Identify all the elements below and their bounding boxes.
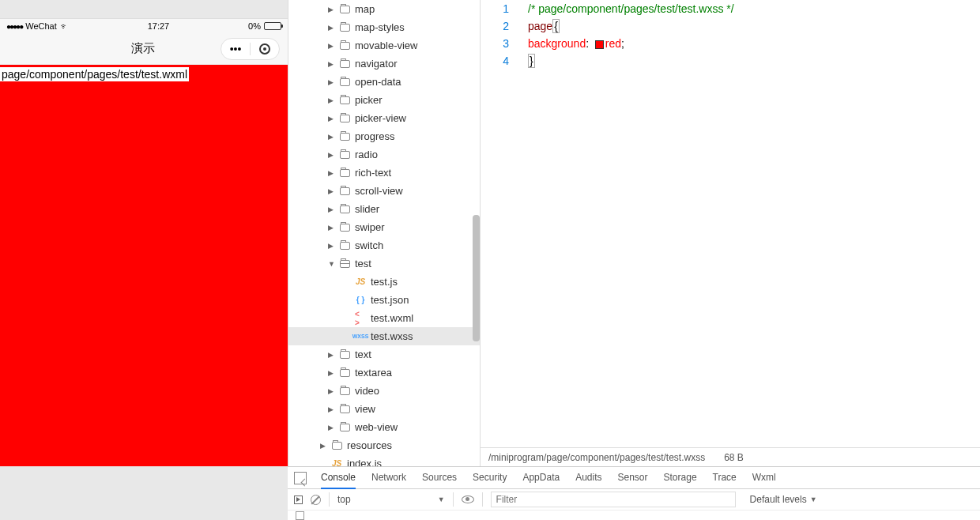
tree-item-swiper[interactable]: ▶swiper: [288, 218, 480, 236]
tree-item-view[interactable]: ▶view: [288, 400, 480, 418]
tree-item-test-wxml[interactable]: < >test.wxml: [288, 309, 480, 327]
devtools-bottom-bar: [288, 510, 980, 520]
brace-open: {: [552, 19, 560, 33]
tree-label: textarea: [355, 367, 392, 379]
expand-arrow-icon[interactable]: ▼: [328, 260, 336, 268]
tree-item-movable-view[interactable]: ▶movable-view: [288, 36, 480, 55]
code-value: red: [605, 37, 621, 50]
tree-item-picker[interactable]: ▶picker: [288, 91, 480, 109]
tree-label: test.json: [371, 294, 409, 306]
tree-item-open-data[interactable]: ▶open-data: [288, 73, 480, 91]
tree-item-map[interactable]: ▶map: [288, 0, 480, 18]
expand-arrow-icon[interactable]: ▶: [328, 205, 336, 213]
tree-label: radio: [355, 149, 378, 160]
capsule-menu-button[interactable]: •••: [221, 39, 250, 59]
content-path-text: page/component/pages/test/test.wxml: [0, 67, 189, 81]
expand-arrow-icon[interactable]: ▶: [328, 424, 336, 431]
tree-item-text[interactable]: ▶text: [288, 345, 480, 364]
tree-label: test.wxml: [371, 312, 413, 324]
phone-statusbar: ●●●●● WeChat ᯤ 17:27 0%: [0, 19, 288, 33]
play-icon[interactable]: [294, 496, 303, 504]
devtools-tab-security[interactable]: Security: [473, 467, 507, 489]
tree-item-textarea[interactable]: ▶textarea: [288, 364, 480, 382]
expand-arrow-icon[interactable]: ▶: [328, 96, 336, 104]
carrier-label: WeChat: [25, 21, 57, 31]
tree-item-resources[interactable]: ▶resources: [288, 436, 480, 454]
devtools-tab-storage[interactable]: Storage: [664, 467, 697, 489]
capsule-close-button[interactable]: [251, 39, 279, 59]
file-explorer: ▶map▶map-styles▶movable-view▶navigator▶o…: [288, 0, 481, 466]
brace-close: }: [528, 54, 535, 68]
tree-scrollbar[interactable]: [473, 215, 480, 341]
tree-item-video[interactable]: ▶video: [288, 382, 480, 400]
tree-item-test-json[interactable]: { }test.json: [288, 291, 480, 309]
expand-arrow-icon[interactable]: ▶: [328, 78, 336, 86]
tree-item-navigator[interactable]: ▶navigator: [288, 55, 480, 73]
expand-arrow-icon[interactable]: ▶: [328, 6, 336, 13]
expand-arrow-icon[interactable]: ▶: [328, 351, 336, 359]
tree-item-radio[interactable]: ▶radio: [288, 145, 480, 164]
tree-label: swiper: [355, 221, 385, 233]
devtools-tab-wxml[interactable]: Wxml: [752, 467, 776, 489]
expand-arrow-icon[interactable]: ▶: [328, 387, 336, 395]
devtools-tab-audits[interactable]: Audits: [575, 467, 601, 489]
tree-label: switch: [355, 239, 383, 251]
tree-label: index.js: [347, 458, 382, 466]
inspect-icon[interactable]: [294, 472, 307, 484]
tree-item-slider[interactable]: ▶slider: [288, 200, 480, 218]
devtools-panel: ConsoleNetworkSourcesSecurityAppDataAudi…: [288, 466, 980, 520]
expand-arrow-icon[interactable]: ▶: [328, 115, 336, 122]
tree-item-switch[interactable]: ▶switch: [288, 236, 480, 254]
tree-label: navigator: [355, 58, 397, 70]
tree-label: progress: [355, 130, 395, 142]
expand-arrow-icon[interactable]: ▶: [328, 133, 336, 141]
checkbox-icon[interactable]: [296, 511, 304, 520]
context-dropdown[interactable]: top ▼: [337, 494, 445, 505]
devtools-tab-appdata[interactable]: AppData: [522, 467, 560, 489]
code-area[interactable]: /* page/component/pages/test/test.wxss *…: [528, 0, 980, 447]
tree-item-picker-view[interactable]: ▶picker-view: [288, 109, 480, 127]
expand-arrow-icon[interactable]: ▶: [328, 169, 336, 177]
tree-item-progress[interactable]: ▶progress: [288, 127, 480, 145]
log-levels-dropdown[interactable]: Default levels ▼: [750, 494, 817, 505]
tree-item-rich-text[interactable]: ▶rich-text: [288, 164, 480, 182]
status-filepath: /miniprogram/page/component/pages/test/t…: [488, 452, 705, 463]
editor-content[interactable]: 1 2 3 4 /* page/component/pages/test/tes…: [481, 0, 980, 447]
expand-arrow-icon[interactable]: ▶: [328, 224, 336, 232]
tree-item-web-view[interactable]: ▶web-view: [288, 418, 480, 436]
expand-arrow-icon[interactable]: ▶: [328, 24, 336, 32]
tree-item-index-js[interactable]: JSindex.js: [288, 454, 480, 466]
tree-label: map-styles: [355, 21, 405, 33]
tree-label: video: [355, 385, 379, 397]
clear-console-icon[interactable]: [311, 495, 321, 505]
tree-item-scroll-view[interactable]: ▶scroll-view: [288, 182, 480, 200]
devtools-tab-trace[interactable]: Trace: [713, 467, 737, 489]
tree-item-map-styles[interactable]: ▶map-styles: [288, 18, 480, 36]
tree-label: picker: [355, 94, 383, 106]
expand-arrow-icon[interactable]: ▶: [320, 442, 328, 450]
expand-arrow-icon[interactable]: ▶: [328, 187, 336, 195]
eye-icon[interactable]: [462, 496, 474, 503]
tree-item-test-js[interactable]: JStest.js: [288, 273, 480, 291]
phone-content-area[interactable]: page/component/pages/test/test.wxml: [0, 65, 288, 466]
devtools-tab-console[interactable]: Console: [321, 467, 356, 489]
filter-input[interactable]: [491, 492, 736, 507]
tree-label: open-data: [355, 76, 401, 88]
expand-arrow-icon[interactable]: ▶: [328, 369, 336, 377]
color-swatch-icon[interactable]: [595, 40, 604, 49]
editor-statusbar: /miniprogram/page/component/pages/test/t…: [481, 447, 980, 466]
time-label: 17:27: [148, 21, 170, 31]
devtools-tab-sensor[interactable]: Sensor: [618, 467, 648, 489]
tree-item-test[interactable]: ▼test: [288, 254, 480, 273]
code-editor-panel: 1 2 3 4 /* page/component/pages/test/tes…: [481, 0, 980, 466]
tree-label: text: [355, 349, 371, 360]
devtools-tab-network[interactable]: Network: [371, 467, 406, 489]
expand-arrow-icon[interactable]: ▶: [328, 60, 336, 68]
devtools-tab-sources[interactable]: Sources: [422, 467, 457, 489]
expand-arrow-icon[interactable]: ▶: [328, 405, 336, 413]
tree-label: movable-view: [355, 40, 417, 51]
tree-item-test-wxss[interactable]: WXSStest.wxss: [288, 327, 480, 345]
expand-arrow-icon[interactable]: ▶: [328, 242, 336, 250]
expand-arrow-icon[interactable]: ▶: [328, 42, 336, 50]
expand-arrow-icon[interactable]: ▶: [328, 151, 336, 159]
